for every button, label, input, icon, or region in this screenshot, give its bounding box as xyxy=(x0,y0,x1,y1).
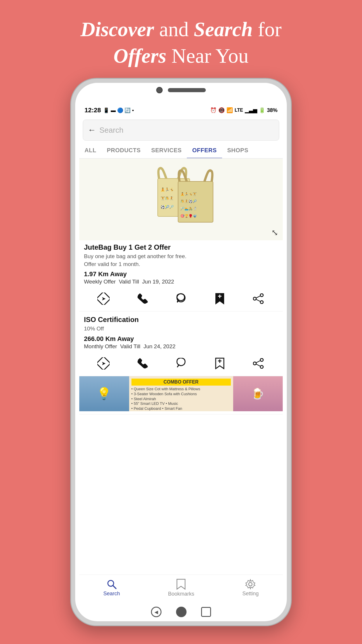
tab-shops[interactable]: SHOPS xyxy=(222,143,254,158)
phone-bottom-bar: ◀ xyxy=(151,607,211,617)
bottom-nav: Search Bookmarks Setting xyxy=(79,575,283,601)
svg-text:➤: ➤ xyxy=(101,360,106,366)
nav-label-setting: Setting xyxy=(242,591,259,597)
phone-button-2[interactable] xyxy=(133,356,151,371)
svg-rect-22 xyxy=(219,359,220,363)
battery-percent: 38% xyxy=(267,107,277,113)
svg-point-14 xyxy=(260,294,263,297)
bookmarks-nav-icon xyxy=(176,579,186,590)
offer-image-1: 🧘🏃🤸 🏋🤼🤾 ⚽🎾🏸 xyxy=(79,159,283,240)
whatsapp-button-1[interactable] xyxy=(172,291,190,306)
offer-title-2: ISO Certification xyxy=(84,316,278,324)
svg-line-17 xyxy=(256,296,261,298)
nav-label-search: Search xyxy=(103,591,120,597)
svg-text:🤼🤾⚽🎾: 🤼🤾⚽🎾 xyxy=(180,199,197,203)
status-right: ⏰ 📵 📶 LTE ▁▃▅ 🔋 38% xyxy=(210,107,277,113)
svg-point-30 xyxy=(249,582,252,586)
svg-line-29 xyxy=(113,586,116,589)
offer-info-1: JuteBag Buy 1 Get 2 Offer Buy one jute b… xyxy=(79,240,283,289)
combo-banner-text: COMBO OFFER xyxy=(131,379,231,386)
whatsapp-button-2[interactable] xyxy=(172,356,190,371)
share-button-1[interactable] xyxy=(250,291,267,306)
wifi-icon: 📶 xyxy=(226,107,233,113)
setting-nav-icon xyxy=(245,579,256,589)
header-and: and xyxy=(159,18,194,41)
share-icon-2 xyxy=(253,358,264,369)
phone-icon-1 xyxy=(137,293,148,304)
offer-card-2: ISO Certification 10% Off 266.00 Km Away… xyxy=(79,312,283,376)
svg-text:🧘🏃🤸🏋: 🧘🏃🤸🏋 xyxy=(180,192,197,196)
tab-products[interactable]: PRODUCTS xyxy=(101,143,146,158)
offer-validity-2: Monthly Offer Valid Till Jun 24, 2022 xyxy=(84,343,278,350)
nav-back-hw[interactable]: ◀ xyxy=(151,607,161,617)
svg-line-26 xyxy=(256,360,261,363)
header-discover: Discover xyxy=(80,18,154,41)
bookmark-button-2[interactable] xyxy=(211,356,229,371)
header-section: Discover and Search for Offers Near You xyxy=(0,0,362,75)
speaker xyxy=(168,88,206,92)
header-near-you: Near You xyxy=(171,45,248,67)
camera xyxy=(156,87,163,93)
header-for: for xyxy=(258,18,282,41)
svg-line-18 xyxy=(256,299,261,302)
direction-button-1[interactable]: ➤ xyxy=(95,291,112,306)
tab-services[interactable]: SERVICES xyxy=(146,143,187,158)
search-nav-icon xyxy=(106,579,117,589)
lte-label: LTE xyxy=(235,108,243,113)
bookmark-icon-1 xyxy=(215,293,225,304)
offer-desc-2: 10% Off xyxy=(84,325,278,333)
tab-offers[interactable]: OFFERS xyxy=(187,143,222,159)
whatsapp-icon-1 xyxy=(175,293,187,304)
phone-status-icon: 📵 xyxy=(218,107,225,113)
svg-text:➤: ➤ xyxy=(101,296,106,302)
nav-square-hw[interactable] xyxy=(201,607,211,617)
nav-label-bookmarks: Bookmarks xyxy=(168,591,194,597)
offers-list: 🧘🏃🤸 🏋🤼🤾 ⚽🎾🏸 xyxy=(79,159,283,573)
screen: 12:28 📱 ▬ 🔵 🔄 • ⏰ 📵 📶 LTE ▁▃▅ 🔋 38% xyxy=(79,103,283,601)
nav-home-hw[interactable] xyxy=(176,607,187,617)
jute-bag-svg: 🧘🏃🤸 🏋🤼🤾 ⚽🎾🏸 xyxy=(137,162,225,237)
search-input[interactable]: Search xyxy=(99,126,274,135)
phone-container: 12:28 📱 ▬ 🔵 🔄 • ⏰ 📵 📶 LTE ▁▃▅ 🔋 38% xyxy=(0,75,362,626)
bookmark-button-1[interactable] xyxy=(211,291,229,306)
direction-icon-1: ➤ xyxy=(97,293,110,305)
phone-inner: 12:28 📱 ▬ 🔵 🔄 • ⏰ 📵 📶 LTE ▁▃▅ 🔋 38% xyxy=(75,83,287,621)
svg-point-25 xyxy=(253,362,256,365)
svg-line-27 xyxy=(256,364,261,366)
direction-button-2[interactable]: ➤ xyxy=(95,356,112,371)
svg-text:🎯🏆🥊🤿: 🎯🏆🥊🤿 xyxy=(180,214,197,218)
offer-actions-2: ➤ xyxy=(79,354,283,373)
share-icon-1 xyxy=(253,293,264,304)
phone-frame: 12:28 📱 ▬ 🔵 🔄 • ⏰ 📵 📶 LTE ▁▃▅ 🔋 38% xyxy=(70,78,292,626)
alarm-icon: ⏰ xyxy=(210,107,217,113)
search-bar[interactable]: ← Search xyxy=(83,120,279,141)
combo-image: 💡 COMBO OFFER • Queen Size Cot with Matt… xyxy=(79,376,283,411)
back-button[interactable]: ← xyxy=(88,125,96,135)
svg-point-24 xyxy=(260,365,263,368)
nav-item-search[interactable]: Search xyxy=(103,579,120,597)
svg-text:⚽🎾🏸: ⚽🎾🏸 xyxy=(161,205,174,209)
offer-desc-1: Buy one jute bag and get another for fre… xyxy=(84,253,278,268)
tabs-bar: ALL PRODUCTS SERVICES OFFERS SHOPS xyxy=(79,143,283,159)
expand-icon[interactable]: ⤡ xyxy=(271,228,278,237)
nav-item-setting[interactable]: Setting xyxy=(242,579,259,597)
offer-card-3: 💡 COMBO OFFER • Queen Size Cot with Matt… xyxy=(79,376,283,414)
header-search-bold: Search xyxy=(194,18,253,41)
status-bar: 12:28 📱 ▬ 🔵 🔄 • ⏰ 📵 📶 LTE ▁▃▅ 🔋 38% xyxy=(79,103,283,117)
nav-item-bookmarks[interactable]: Bookmarks xyxy=(168,579,194,597)
share-button-2[interactable] xyxy=(250,356,267,371)
whatsapp-icon-2 xyxy=(175,358,187,369)
svg-point-23 xyxy=(260,358,263,361)
offer-validity-1: Weekly Offer Valid Till Jun 19, 2022 xyxy=(84,279,278,285)
phone-icon-2 xyxy=(137,358,148,369)
svg-text:🏋🤼🤾: 🏋🤼🤾 xyxy=(161,196,174,200)
phone-top-bar xyxy=(156,87,206,93)
svg-point-15 xyxy=(260,301,263,304)
tab-all[interactable]: ALL xyxy=(79,143,101,158)
battery-icon: 🔋 xyxy=(259,107,265,113)
bookmark-outline-icon-2 xyxy=(215,358,225,369)
svg-point-16 xyxy=(253,297,256,300)
header-offers-bold: Offers xyxy=(113,45,166,67)
phone-button-1[interactable] xyxy=(133,291,151,306)
offer-info-2: ISO Certification 10% Off 266.00 Km Away… xyxy=(79,312,283,354)
